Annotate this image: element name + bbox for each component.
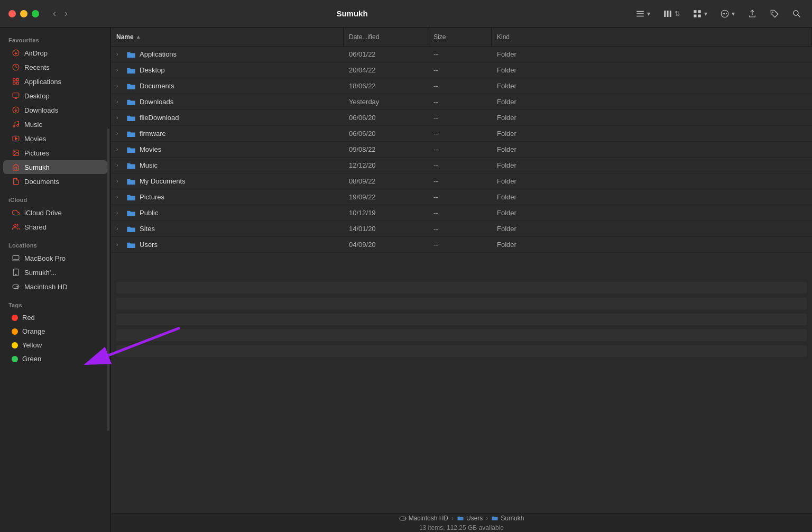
sidebar-item-label: Documents bbox=[24, 178, 59, 186]
table-row[interactable]: ›DownloadsYesterday--Folder bbox=[111, 94, 812, 110]
laptop-icon bbox=[12, 254, 20, 262]
file-name-cell: ›Public bbox=[111, 209, 344, 217]
grid-view-button[interactable]: ▾ bbox=[690, 7, 709, 21]
file-date-cell: 18/06/22 bbox=[344, 82, 428, 90]
tag-button[interactable] bbox=[768, 7, 781, 21]
sidebar-item-music[interactable]: Music bbox=[3, 117, 107, 131]
expand-arrow[interactable]: › bbox=[116, 67, 123, 73]
file-size-cell: -- bbox=[428, 241, 492, 249]
file-date-cell: 14/01/20 bbox=[344, 225, 428, 233]
file-name-cell: ›My Documents bbox=[111, 177, 344, 186]
expand-arrow[interactable]: › bbox=[116, 83, 123, 89]
sidebar-item-macbook-pro[interactable]: MacBook Pro bbox=[3, 251, 107, 265]
file-name-cell: ›Downloads bbox=[111, 98, 344, 106]
expand-arrow[interactable]: › bbox=[116, 115, 123, 121]
status-text: 13 items, 112.25 GB available bbox=[419, 523, 504, 533]
back-button[interactable]: ‹ bbox=[50, 6, 59, 21]
close-button[interactable] bbox=[8, 10, 16, 17]
breadcrumb-macintosh-hd[interactable]: Macintosh HD bbox=[399, 515, 448, 522]
forward-button[interactable]: › bbox=[61, 6, 71, 21]
expand-arrow[interactable]: › bbox=[116, 146, 123, 152]
col-header-size[interactable]: Size bbox=[428, 27, 492, 46]
svg-rect-4 bbox=[667, 11, 669, 17]
folder-icon bbox=[126, 177, 136, 186]
table-row[interactable]: ›Public10/12/19--Folder bbox=[111, 205, 812, 221]
expand-arrow[interactable]: › bbox=[116, 99, 123, 105]
table-row[interactable]: ›Movies09/08/22--Folder bbox=[111, 142, 812, 158]
sidebar-item-documents[interactable]: Documents bbox=[3, 175, 107, 188]
expand-arrow[interactable]: › bbox=[116, 51, 123, 57]
file-date-cell: 19/09/22 bbox=[344, 193, 428, 201]
folder-icon bbox=[126, 66, 136, 75]
svg-rect-3 bbox=[664, 11, 666, 17]
expand-arrow[interactable]: › bbox=[116, 131, 123, 136]
svg-rect-19 bbox=[16, 79, 19, 81]
sidebar-item-label: Movies bbox=[24, 135, 46, 143]
table-row[interactable]: ›Pictures19/09/22--Folder bbox=[111, 189, 812, 205]
file-name: Documents bbox=[140, 82, 174, 90]
svg-rect-9 bbox=[698, 14, 701, 17]
table-row[interactable]: ›Desktop20/04/22--Folder bbox=[111, 62, 812, 78]
table-row[interactable]: ›Applications06/01/22--Folder bbox=[111, 47, 812, 62]
sidebar-item-label: Yellow bbox=[22, 341, 42, 349]
folder-icon bbox=[126, 209, 136, 217]
sidebar-item-tag-yellow[interactable]: Yellow bbox=[3, 338, 107, 352]
sidebar-scrollbar[interactable] bbox=[107, 129, 109, 431]
minimize-button[interactable] bbox=[20, 10, 27, 17]
sidebar-item-sumukhphone[interactable]: Sumukh'... bbox=[3, 265, 107, 279]
svg-rect-22 bbox=[13, 93, 19, 97]
file-kind-cell: Folder bbox=[492, 50, 812, 58]
maximize-button[interactable] bbox=[32, 10, 39, 17]
column-view-button[interactable]: ⇅ bbox=[661, 7, 682, 21]
red-tag-dot bbox=[12, 315, 18, 321]
table-row[interactable]: ›My Documents08/09/22--Folder bbox=[111, 173, 812, 189]
desktop-icon bbox=[12, 91, 20, 100]
col-header-kind[interactable]: Kind bbox=[492, 27, 812, 46]
disk-icon bbox=[12, 282, 20, 291]
sidebar-item-tag-red[interactable]: Red bbox=[3, 311, 107, 324]
expand-arrow[interactable]: › bbox=[116, 162, 123, 168]
sidebar-item-icloud-drive[interactable]: iCloud Drive bbox=[3, 206, 107, 219]
sidebar-item-macintosh-hd[interactable]: Macintosh HD bbox=[3, 280, 107, 293]
table-row[interactable]: ›Sites14/01/20--Folder bbox=[111, 221, 812, 237]
sidebar-item-tag-orange[interactable]: Orange bbox=[3, 325, 107, 338]
col-header-name[interactable]: Name ▲ bbox=[111, 27, 344, 46]
file-size-cell: -- bbox=[428, 225, 492, 233]
sidebar-item-applications[interactable]: Applications bbox=[3, 75, 107, 88]
file-kind-cell: Folder bbox=[492, 193, 812, 201]
expand-arrow[interactable]: › bbox=[116, 226, 123, 232]
svg-rect-18 bbox=[13, 79, 15, 81]
sidebar-item-pictures[interactable]: Pictures bbox=[3, 146, 107, 160]
table-row[interactable]: ›firmware06/06/20--Folder bbox=[111, 126, 812, 142]
file-name: Movies bbox=[140, 145, 161, 153]
expand-arrow[interactable]: › bbox=[116, 194, 123, 200]
sidebar-item-desktop[interactable]: Desktop bbox=[3, 89, 107, 103]
breadcrumb-sumukh[interactable]: Sumukh bbox=[491, 515, 524, 522]
table-row[interactable]: ›Music12/12/20--Folder bbox=[111, 158, 812, 173]
sidebar-item-shared[interactable]: Shared bbox=[3, 220, 107, 234]
expand-arrow[interactable]: › bbox=[116, 242, 123, 247]
share-button[interactable] bbox=[745, 7, 759, 21]
col-header-date[interactable]: Date...ified bbox=[344, 27, 428, 46]
search-button[interactable] bbox=[790, 7, 804, 21]
expand-arrow[interactable]: › bbox=[116, 210, 123, 216]
downloads-icon bbox=[12, 106, 20, 114]
sidebar-item-downloads[interactable]: Downloads bbox=[3, 103, 107, 117]
file-name: My Documents bbox=[140, 177, 186, 185]
sidebar-item-movies[interactable]: Movies bbox=[3, 132, 107, 145]
action-button[interactable]: ▾ bbox=[718, 7, 737, 21]
sidebar-item-sumukh[interactable]: Sumukh bbox=[3, 160, 107, 174]
file-kind-cell: Folder bbox=[492, 209, 812, 217]
svg-rect-6 bbox=[694, 10, 696, 13]
table-row[interactable]: ›Documents18/06/22--Folder bbox=[111, 78, 812, 94]
folder-icon bbox=[126, 130, 136, 138]
table-row[interactable]: ›Users04/09/20--Folder bbox=[111, 237, 812, 253]
sidebar-item-tag-green[interactable]: Green bbox=[3, 352, 107, 365]
list-view-button[interactable]: ▾ bbox=[633, 7, 652, 21]
expand-arrow[interactable]: › bbox=[116, 178, 123, 184]
table-row[interactable]: ›fileDownload06/06/20--Folder bbox=[111, 110, 812, 126]
breadcrumb-sep2: › bbox=[486, 515, 488, 522]
sidebar-item-recents[interactable]: Recents bbox=[3, 60, 107, 74]
sidebar-item-airdrop[interactable]: AirDrop bbox=[3, 46, 107, 60]
breadcrumb-users[interactable]: Users bbox=[457, 515, 483, 522]
